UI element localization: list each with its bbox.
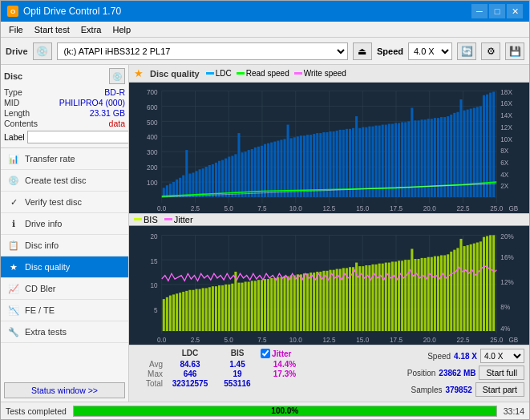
sidebar-item-disc-info[interactable]: 📋 Disc info [1, 235, 128, 256]
svg-rect-215 [319, 272, 322, 331]
svg-rect-214 [316, 272, 318, 331]
svg-rect-33 [205, 167, 208, 197]
svg-rect-42 [234, 154, 237, 197]
samples-value: 379852 [445, 386, 471, 394]
svg-rect-46 [248, 150, 250, 197]
minimize-button[interactable]: ─ [471, 4, 488, 18]
svg-rect-236 [388, 262, 390, 330]
bis-legend-label: BIS [144, 215, 158, 224]
save-button[interactable]: 💾 [505, 42, 524, 60]
svg-rect-248 [427, 257, 430, 331]
svg-text:18X: 18X [500, 89, 512, 96]
svg-rect-207 [293, 275, 296, 330]
menu-start-test[interactable]: Start test [30, 24, 75, 35]
sidebar-item-transfer-rate[interactable]: 📊 Transfer rate [1, 148, 128, 170]
sidebar-item-extra-tests[interactable]: 🔧 Extra tests [1, 321, 128, 343]
menu-extra[interactable]: Extra [76, 24, 107, 35]
cd-bler-label: CD Bler [25, 284, 56, 293]
svg-rect-182 [212, 286, 214, 331]
svg-text:5: 5 [154, 306, 158, 315]
svg-rect-168 [166, 297, 168, 331]
svg-rect-63 [303, 135, 305, 197]
svg-rect-81 [362, 127, 364, 197]
svg-rect-94 [404, 122, 407, 197]
svg-rect-218 [330, 270, 332, 331]
contents-label: Contents [4, 119, 38, 128]
eject-button[interactable]: ⏏ [353, 42, 372, 60]
svg-rect-85 [375, 126, 378, 197]
svg-rect-25 [179, 178, 181, 197]
svg-rect-172 [179, 293, 181, 331]
svg-rect-60 [293, 137, 296, 197]
svg-rect-263 [476, 242, 479, 331]
title-bar: O Opti Drive Control 1.70 ─ □ ✕ [1, 1, 529, 22]
read-legend-label: Read speed [246, 69, 289, 78]
right-panel: ★ Disc quality LDC Read speed Write spee… [129, 65, 529, 402]
svg-rect-53 [270, 143, 273, 197]
bottom-chart-container: 20 15 10 5 20% 16% 12% 8% 4% 0.0 2.5 5.0 [129, 226, 529, 345]
svg-rect-95 [407, 121, 410, 197]
sidebar-item-create-test-disc[interactable]: 💿 Create test disc [1, 170, 128, 192]
start-part-button[interactable]: Start part [475, 382, 524, 397]
sidebar-item-drive-info[interactable]: ℹ Drive info [1, 213, 128, 235]
ldc-col-header: LDC [166, 349, 214, 358]
status-bar: Tests completed 100.0% 33:14 [1, 402, 529, 419]
svg-rect-39 [225, 159, 227, 197]
svg-rect-45 [245, 151, 247, 197]
sidebar-item-disc-quality[interactable]: ★ Disc quality [1, 256, 128, 278]
svg-rect-247 [424, 258, 427, 331]
status-window-btn[interactable]: Status window >> [4, 382, 125, 398]
svg-text:25.0: 25.0 [490, 205, 503, 212]
close-button[interactable]: ✕ [507, 4, 523, 18]
disc-quality-icon: ★ [7, 260, 20, 273]
jitter-checkbox[interactable] [261, 349, 270, 358]
svg-rect-191 [241, 283, 244, 331]
progress-bar: 100.0% [73, 406, 497, 417]
svg-rect-186 [225, 285, 227, 331]
jitter-col-header: Jitter [272, 349, 291, 358]
main-content: Disc 💿 Type BD-R MID PHILIPRO4 (000) Len… [1, 65, 529, 402]
svg-text:17.5: 17.5 [390, 335, 403, 344]
refresh-button[interactable]: 🔄 [457, 42, 476, 60]
sidebar-item-fe-te[interactable]: 📉 FE / TE [1, 300, 128, 321]
svg-rect-197 [261, 280, 263, 331]
svg-text:20%: 20% [500, 232, 514, 240]
svg-rect-34 [208, 165, 211, 197]
start-full-button[interactable]: Start full [479, 365, 524, 380]
svg-rect-183 [215, 286, 217, 331]
ldc-legend-label: LDC [216, 69, 232, 78]
menu-help[interactable]: Help [107, 24, 136, 35]
drive-icon-btn[interactable]: 💿 [33, 42, 52, 60]
svg-text:12.5: 12.5 [323, 335, 336, 344]
svg-rect-258 [459, 239, 462, 331]
chart-legend: LDC Read speed Write speed [206, 69, 346, 78]
top-chart-svg: 700 600 500 400 300 200 100 18X 16X 14X … [129, 83, 529, 213]
svg-rect-219 [333, 270, 335, 331]
chart-title: Disc quality [150, 69, 200, 79]
svg-rect-170 [172, 294, 175, 331]
sidebar-item-cd-bler[interactable]: 📈 CD Bler [1, 278, 128, 300]
label-text: Label [4, 132, 25, 142]
speed-stat-select[interactable]: 4.0 X [480, 349, 524, 363]
svg-rect-32 [202, 168, 204, 197]
speed-select[interactable]: 4.0 X [408, 42, 452, 60]
svg-rect-86 [378, 126, 381, 197]
drive-select[interactable]: (k:) ATAPI iHBS312 2 PL17 [57, 42, 348, 60]
settings-button[interactable]: ⚙ [481, 42, 500, 60]
svg-rect-268 [492, 235, 495, 331]
svg-rect-202 [277, 277, 279, 331]
svg-rect-29 [192, 172, 194, 196]
disc-type-row: Type BD-R [4, 87, 125, 97]
svg-rect-102 [431, 119, 433, 197]
disc-icon-btn[interactable]: 💿 [109, 68, 125, 84]
svg-rect-97 [414, 120, 416, 197]
maximize-button[interactable]: □ [489, 4, 505, 18]
svg-rect-199 [267, 279, 269, 331]
extra-tests-label: Extra tests [25, 327, 67, 337]
label-input[interactable] [27, 131, 129, 143]
svg-rect-64 [306, 135, 309, 197]
svg-rect-193 [248, 281, 250, 331]
menu-file[interactable]: File [4, 24, 28, 35]
sidebar-item-verify-test-disc[interactable]: ✓ Verify test disc [1, 192, 128, 213]
bis-col-header: BIS [217, 349, 257, 358]
